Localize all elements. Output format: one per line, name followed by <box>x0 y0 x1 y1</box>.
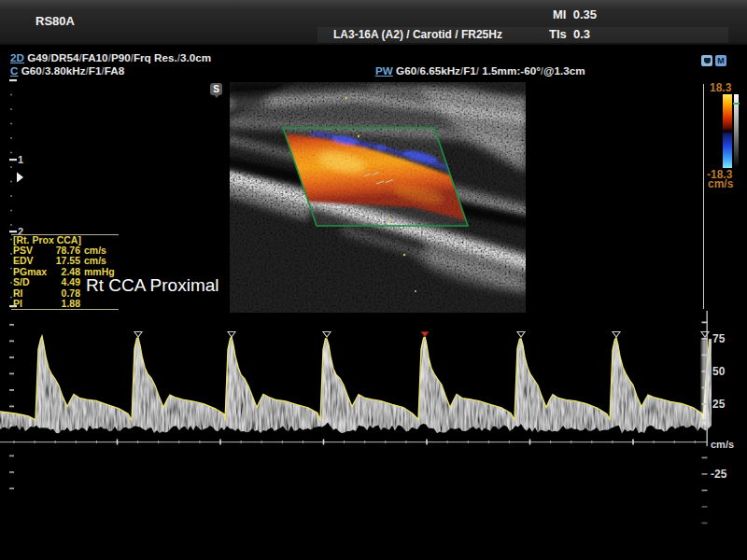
svg-text:1: 1 <box>18 154 23 165</box>
